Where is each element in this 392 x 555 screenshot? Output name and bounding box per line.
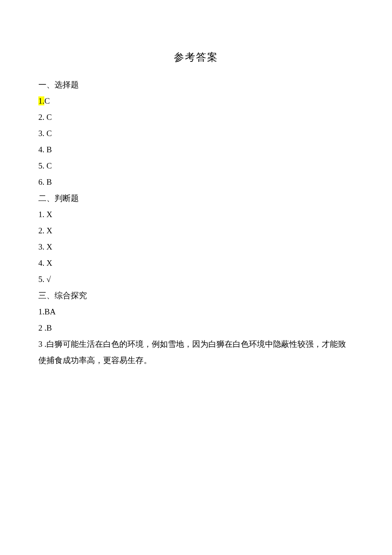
- answer-row: 3 .白狮可能生活在白色的环境，例如雪地，因为白狮在白色环境中隐蔽性较强，才能致…: [38, 336, 354, 369]
- page-title: 参考答案: [38, 47, 354, 67]
- answer-text: 白狮可能生活在白色的环境，例如雪地，因为白狮在白色环境中隐蔽性较强，才能致使捕食…: [38, 340, 346, 365]
- answer-text: BA: [44, 307, 55, 316]
- answer-number-highlighted: 1.: [38, 96, 44, 105]
- answer-row: 2. C: [38, 109, 354, 125]
- answer-number: 5.: [38, 275, 44, 284]
- answer-row: 3. C: [38, 125, 354, 142]
- answer-number: 4.: [38, 259, 44, 267]
- answer-number: 2: [38, 323, 43, 332]
- answer-letter: C: [46, 161, 52, 170]
- answer-row: 5. √: [38, 271, 354, 288]
- answer-number: 2.: [38, 226, 44, 235]
- answer-row: 4. X: [38, 255, 354, 271]
- section-3-heading: 三、综合探究: [38, 288, 354, 304]
- answer-row: 1.C: [38, 93, 354, 109]
- answer-sep: .: [43, 340, 47, 349]
- answer-number: 4.: [38, 145, 44, 154]
- answer-row: 3. X: [38, 239, 354, 255]
- answer-letter: C: [46, 129, 52, 138]
- answer-number: 1.: [38, 307, 44, 316]
- answer-letter: C: [44, 96, 50, 105]
- answer-number: 1.: [38, 210, 44, 219]
- answer-row: 6. B: [38, 174, 354, 190]
- answer-number: 3: [38, 340, 43, 349]
- answer-number: 2.: [38, 113, 44, 122]
- section-1-heading: 一、选择题: [38, 77, 354, 93]
- answer-number: 3.: [38, 129, 44, 138]
- answer-row: 4. B: [38, 142, 354, 158]
- answer-number: 6.: [38, 177, 44, 186]
- answer-row: 5. C: [38, 158, 354, 174]
- answer-mark: X: [46, 226, 52, 235]
- answer-letter: B: [46, 177, 52, 186]
- answer-mark: X: [46, 259, 52, 267]
- answer-mark: √: [46, 275, 51, 284]
- answer-number: 3.: [38, 242, 44, 251]
- answer-number: 5.: [38, 161, 44, 170]
- answer-sep: .: [43, 323, 47, 332]
- section-2-heading: 二、判断题: [38, 190, 354, 206]
- answer-mark: X: [46, 210, 52, 219]
- answer-row: 1. X: [38, 206, 354, 223]
- answer-key-page: 参考答案 一、选择题 1.C 2. C 3. C 4. B 5. C 6. B …: [0, 0, 392, 555]
- answer-text: B: [46, 323, 52, 332]
- answer-row: 2 .B: [38, 320, 354, 336]
- answer-row: 2. X: [38, 223, 354, 239]
- answer-row: 1.BA: [38, 304, 354, 320]
- answer-mark: X: [46, 242, 52, 251]
- answer-letter: C: [46, 113, 52, 122]
- answer-letter: B: [46, 145, 52, 154]
